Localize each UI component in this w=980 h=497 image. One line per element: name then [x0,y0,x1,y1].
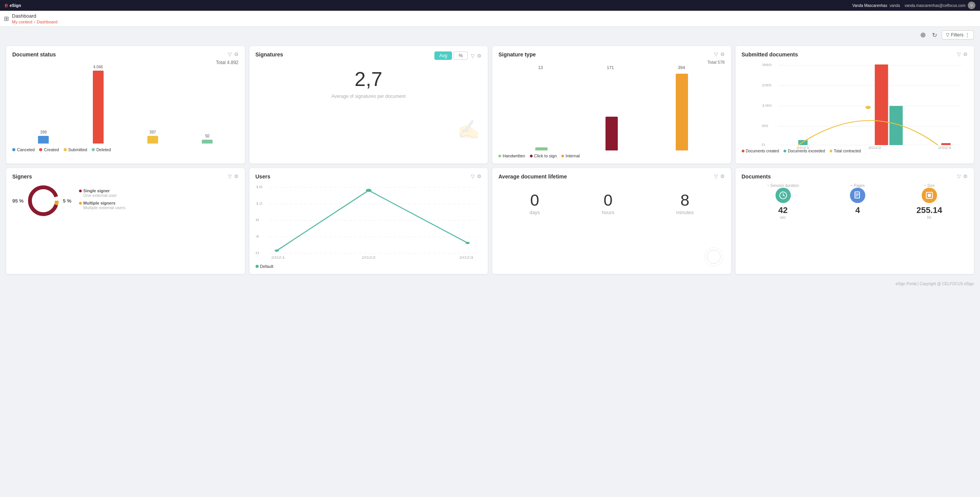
legend-label-created: Created [44,147,59,152]
sig-type-settings-btn[interactable]: ⚙ [720,51,725,57]
sig-filter-btn[interactable]: ▽ [471,53,475,59]
donut-svg [26,183,61,218]
stat-pages-icon [850,188,865,203]
avg-filter-btn[interactable]: ▽ [714,173,718,179]
documents-header: Documents ▽ ⚙ [742,173,968,180]
legend-handwritten: Handwritten [498,154,525,158]
sig-type-filter-btn[interactable]: ▽ [714,51,718,57]
svg-text:2023: 2023 [938,146,951,150]
filter-icon: ▽ [946,32,949,38]
sig-type-icons: ▽ ⚙ [714,51,725,57]
svg-text:2022: 2022 [868,146,881,150]
pct-left: 95 % [12,198,24,204]
bar-deleted: 50 [202,134,213,144]
stat-session-num: 42 [767,205,799,215]
stat-size-icon [922,188,937,203]
toggle-pct[interactable]: % [454,51,468,60]
avatar[interactable]: V [968,2,975,9]
filter-button[interactable]: ▽ Filters ⋮ [942,30,974,40]
bar-canceled: 399 [38,130,49,144]
svg-text:380: 380 [762,63,772,67]
submitted-settings-btn[interactable]: ⚙ [963,51,968,57]
users-end-dot [465,242,470,244]
users-header: Users ▽ ⚙ [256,173,482,180]
submitted-docs-card: Submitted documents ▽ ⚙ 380 285 190 95 0 [736,46,974,163]
signers-filter-btn[interactable]: ▽ [228,173,232,179]
submitted-chart: 380 285 190 95 0 [742,61,968,146]
legend-click-to-sign: Click to sign [530,154,557,158]
users-title: Users [256,173,271,180]
signers-icons: ▽ ⚙ [228,173,239,179]
stat-pages-label: ~ Pages [850,183,865,188]
breadcrumb-home: My context [12,20,32,24]
card-icons: ▽ ⚙ [228,51,239,57]
sig-card-icons: ▽ ⚙ [471,53,482,59]
donut-labels: Single signer One external user Multiple… [79,188,125,213]
sig-type-legend: Handwritten Click to sign Internal [498,154,725,158]
legend-dot-deleted [92,148,95,151]
sig-type-chart [498,74,725,150]
sig-type-total: Total 578 [498,60,725,64]
document-status-card: Document status ▽ ⚙ Total 4.892 399 4.04… [6,46,245,163]
signatures-subtitle: Average of signatures per document [256,94,482,99]
legend-label-canceled: Canceled [17,147,35,152]
documents-settings-btn[interactable]: ⚙ [963,173,968,179]
documents-title: Documents [742,173,771,180]
signature-type-card: Signature type ▽ ⚙ Total 578 13 171 394 [492,46,731,163]
users-settings-btn[interactable]: ⚙ [477,173,482,179]
bar-internal-rect [676,74,688,150]
stat-session-label: ~ Session duration [767,183,799,188]
avg-lifetime-header: Average document lifetime ▽ ⚙ [498,173,725,180]
svg-text:12: 12 [256,201,262,205]
grid-icon[interactable]: ⊞ [4,15,9,22]
refresh-button[interactable]: ↻ [931,30,939,40]
donut-container: 95 % 5 % Single signer One external user [12,183,239,218]
settings-icon-btn[interactable]: ⚙ [234,51,239,57]
signer-multiple: Multiple signers Multiple external users [79,201,125,210]
svg-text:16: 16 [256,185,262,189]
svg-text:0: 0 [762,143,765,147]
svg-text:4: 4 [256,234,259,238]
minutes-num: 8 [676,191,694,210]
stat-session-icon [775,188,791,203]
legend-created: Created [39,147,59,152]
svg-text:2023: 2023 [459,256,473,259]
signatures-big-number: 2,7 [256,68,482,91]
sig-type-val-click: 171 [607,65,614,70]
users-filter-btn[interactable]: ▽ [471,173,475,179]
bar-canceled-rect [38,136,49,144]
minutes-label: minutes [676,210,694,215]
card-header: Document status ▽ ⚙ [12,51,239,58]
signatures-title: Signatures [256,51,283,58]
svg-text:8: 8 [256,218,259,222]
svg-text:2021: 2021 [271,256,285,259]
breadcrumb: My context › Dashboard [12,20,58,24]
sig-type-title: Signature type [498,51,536,58]
avg-settings-btn[interactable]: ⚙ [720,173,725,179]
stat-size: ~ Size 255.14 kb [916,183,942,220]
sig-settings-btn[interactable]: ⚙ [477,53,482,59]
lifetime-minutes: 8 minutes [676,191,694,215]
signers-settings-btn[interactable]: ⚙ [234,173,239,179]
submitted-header: Submitted documents ▽ ⚙ [742,51,968,58]
lifetime-circle [704,247,723,266]
submitted-bar-2023 [941,143,950,145]
nav-bar: ⊞ Dashboard My context › Dashboard [0,11,980,27]
handle-label: vanda [889,3,900,8]
submitted-filter-btn[interactable]: ▽ [957,51,961,57]
documents-filter-btn[interactable]: ▽ [957,173,961,179]
signer-single: Single signer One external user [79,188,125,198]
filter-icon-btn[interactable]: ▽ [228,51,232,57]
filter-label: Filters [951,32,964,38]
submitted-title: Submitted documents [742,51,798,58]
cursor-button[interactable]: ⊕ [919,29,927,41]
bar-submitted: 397 [147,130,158,144]
username-label: Vanda Mascarenhas [852,3,887,8]
svg-text:190: 190 [762,104,772,108]
hours-label: hours [602,210,614,215]
users-start-dot [274,249,279,252]
toggle-avg[interactable]: Avg [434,51,452,60]
legend-dot-submitted [64,148,67,151]
toolbar: ⊕ ↻ ▽ Filters ⋮ [0,27,980,43]
legend-dot-canceled [12,148,15,151]
